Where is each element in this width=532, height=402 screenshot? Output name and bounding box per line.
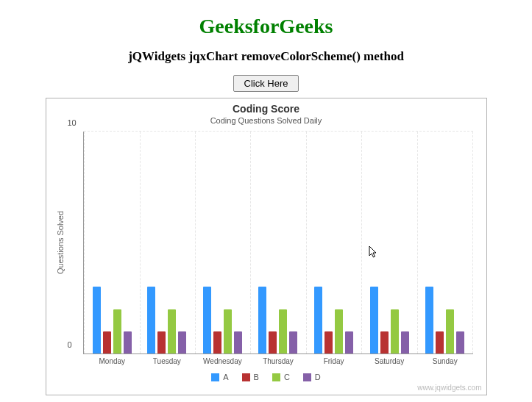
legend-label: A	[223, 373, 228, 381]
bar-B[interactable]	[380, 331, 389, 353]
category-group: Thursday	[250, 132, 307, 353]
legend-item-C[interactable]: C	[272, 373, 290, 381]
bar-D[interactable]	[456, 331, 464, 353]
legend-label: B	[254, 373, 259, 381]
bar-C[interactable]	[279, 309, 287, 353]
bar-D[interactable]	[124, 331, 132, 353]
legend-item-D[interactable]: D	[303, 373, 321, 381]
bar-A[interactable]	[147, 287, 155, 353]
legend-label: C	[284, 373, 290, 381]
bar-B[interactable]	[324, 331, 333, 353]
legend-swatch	[211, 373, 219, 381]
y-tick: 0	[68, 340, 72, 349]
x-tick-label: Tuesday	[139, 357, 195, 365]
click-here-button[interactable]: Click Here	[233, 75, 299, 92]
legend-item-B[interactable]: B	[242, 373, 259, 381]
bar-D[interactable]	[234, 331, 242, 353]
category-group: Friday	[306, 132, 363, 353]
legend: ABCD	[46, 373, 486, 381]
category-group: Sunday	[417, 132, 474, 353]
x-tick-label: Thursday	[250, 357, 306, 365]
legend-label: D	[315, 373, 321, 381]
chart-subtitle: Coding Questions Solved Daily	[46, 116, 486, 125]
watermark: www.jqwidgets.com	[417, 384, 481, 392]
page-title: GeeksforGeeks	[7, 15, 525, 38]
legend-item-A[interactable]: A	[211, 373, 228, 381]
category-group: Monday	[84, 132, 141, 353]
button-row: Click Here	[7, 75, 525, 92]
bar-B[interactable]	[103, 331, 111, 353]
bar-D[interactable]	[401, 331, 409, 353]
category-group: Wednesday	[195, 132, 252, 353]
chart-container: Coding Score Coding Questions Solved Dai…	[46, 98, 487, 395]
plot-area: Questions Solved 010MondayTuesdayWednesd…	[83, 132, 473, 354]
bar-C[interactable]	[113, 309, 121, 353]
x-tick-label: Saturday	[361, 357, 417, 365]
bar-C[interactable]	[224, 309, 232, 353]
x-tick-label: Wednesday	[195, 357, 251, 365]
legend-swatch	[242, 373, 250, 381]
x-tick-label: Monday	[85, 357, 141, 365]
x-tick-label: Sunday	[417, 357, 473, 365]
category-group: Saturday	[361, 132, 418, 353]
bar-B[interactable]	[157, 331, 166, 353]
x-tick-label: Friday	[306, 357, 362, 365]
bar-D[interactable]	[289, 331, 297, 353]
bar-A[interactable]	[314, 287, 322, 353]
y-axis-label: Questions Solved	[56, 211, 65, 274]
bar-C[interactable]	[168, 309, 176, 353]
bar-C[interactable]	[391, 309, 399, 353]
legend-swatch	[272, 373, 280, 381]
bar-A[interactable]	[93, 287, 101, 353]
bar-D[interactable]	[178, 331, 186, 353]
chart-title: Coding Score	[46, 103, 486, 115]
legend-swatch	[303, 373, 311, 381]
bar-B[interactable]	[436, 331, 444, 353]
bar-D[interactable]	[345, 331, 353, 353]
bar-C[interactable]	[335, 309, 343, 353]
page-subtitle: jQWidgets jqxChart removeColorScheme() m…	[7, 49, 525, 64]
bar-C[interactable]	[446, 309, 454, 353]
bar-B[interactable]	[213, 331, 221, 353]
bar-A[interactable]	[370, 287, 378, 353]
bar-A[interactable]	[203, 287, 211, 353]
category-group: Tuesday	[139, 132, 196, 353]
bar-A[interactable]	[425, 287, 433, 353]
y-tick: 10	[68, 118, 77, 127]
bar-B[interactable]	[269, 331, 277, 353]
bar-A[interactable]	[258, 287, 266, 353]
